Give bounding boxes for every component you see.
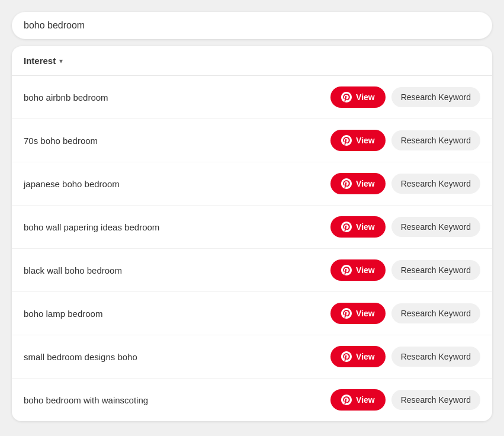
keyword-text: boho airbnb bedroom	[24, 92, 330, 102]
view-label: View	[356, 265, 375, 275]
search-bar[interactable]: boho bedroom	[12, 12, 492, 39]
view-button[interactable]: View	[330, 346, 386, 367]
research-keyword-button[interactable]: Research Keyword	[391, 174, 480, 194]
research-keyword-button[interactable]: Research Keyword	[391, 87, 480, 107]
row-actions: View Research Keyword	[330, 216, 480, 238]
research-keyword-button[interactable]: Research Keyword	[391, 130, 480, 150]
research-label: Research Keyword	[401, 179, 471, 188]
interest-label: Interest	[24, 56, 56, 66]
table-row: 70s boho bedroom View Research Keyword	[12, 119, 492, 162]
row-actions: View Research Keyword	[330, 259, 480, 281]
pinterest-icon	[341, 351, 352, 362]
keyword-text: small bedroom designs boho	[24, 352, 330, 362]
row-actions: View Research Keyword	[330, 346, 480, 367]
research-keyword-button[interactable]: Research Keyword	[391, 217, 480, 237]
keyword-text: boho bedroom with wainscoting	[24, 395, 330, 405]
research-label: Research Keyword	[401, 265, 471, 275]
view-button[interactable]: View	[330, 303, 386, 324]
view-label: View	[356, 309, 375, 318]
table-row: black wall boho bedroom View Research Ke…	[12, 249, 492, 292]
keyword-text: black wall boho bedroom	[24, 265, 330, 275]
table-row: boho lamp bedroom View Research Keyword	[12, 292, 492, 335]
research-label: Research Keyword	[401, 352, 471, 361]
row-actions: View Research Keyword	[330, 303, 480, 324]
view-button[interactable]: View	[330, 86, 386, 108]
research-label: Research Keyword	[401, 309, 471, 318]
results-panel: Interest ▾ boho airbnb bedroom View Rese…	[12, 46, 492, 421]
table-row: small bedroom designs boho View Research…	[12, 335, 492, 379]
table-row: boho wall papering ideas bedroom View Re…	[12, 206, 492, 249]
research-label: Research Keyword	[401, 92, 471, 102]
research-label: Research Keyword	[401, 222, 471, 232]
chevron-down-icon: ▾	[59, 57, 63, 65]
interest-header: Interest ▾	[12, 46, 492, 76]
row-actions: View Research Keyword	[330, 86, 480, 108]
keyword-text: boho lamp bedroom	[24, 309, 330, 319]
view-button[interactable]: View	[330, 259, 386, 281]
research-keyword-button[interactable]: Research Keyword	[391, 303, 480, 323]
keyword-text: 70s boho bedroom	[24, 136, 330, 146]
research-keyword-button[interactable]: Research Keyword	[391, 347, 480, 367]
view-button[interactable]: View	[330, 130, 386, 151]
pinterest-icon	[341, 92, 352, 102]
view-button[interactable]: View	[330, 389, 386, 411]
row-actions: View Research Keyword	[330, 389, 480, 411]
view-label: View	[356, 222, 375, 232]
pinterest-icon	[341, 222, 352, 232]
row-actions: View Research Keyword	[330, 173, 480, 194]
keyword-list: boho airbnb bedroom View Research Keywor…	[12, 76, 492, 421]
row-actions: View Research Keyword	[330, 130, 480, 151]
view-label: View	[356, 92, 375, 102]
pinterest-icon	[341, 265, 352, 275]
view-label: View	[356, 179, 375, 188]
view-button[interactable]: View	[330, 216, 386, 238]
research-keyword-button[interactable]: Research Keyword	[391, 390, 480, 410]
pinterest-icon	[341, 308, 352, 319]
pinterest-icon	[341, 178, 352, 189]
table-row: japanese boho bedroom View Research Keyw…	[12, 162, 492, 206]
main-container: boho bedroom Interest ▾ boho airbnb bedr…	[12, 12, 492, 421]
research-label: Research Keyword	[401, 395, 471, 405]
view-button[interactable]: View	[330, 173, 386, 194]
table-row: boho airbnb bedroom View Research Keywor…	[12, 76, 492, 119]
keyword-text: boho wall papering ideas bedroom	[24, 222, 330, 232]
research-label: Research Keyword	[401, 136, 471, 145]
keyword-text: japanese boho bedroom	[24, 179, 330, 189]
table-row: boho bedroom with wainscoting View Resea…	[12, 379, 492, 421]
research-keyword-button[interactable]: Research Keyword	[391, 260, 480, 280]
view-label: View	[356, 352, 375, 361]
pinterest-icon	[341, 395, 352, 405]
view-label: View	[356, 136, 375, 145]
view-label: View	[356, 395, 375, 405]
pinterest-icon	[341, 135, 352, 146]
